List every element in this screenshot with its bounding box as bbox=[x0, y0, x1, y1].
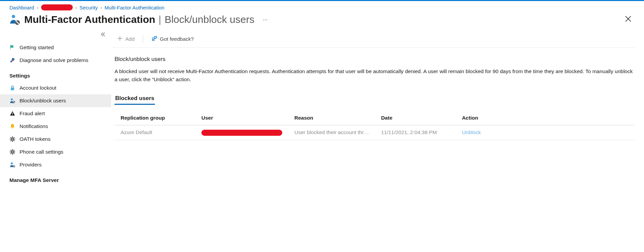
sidebar-item-label: Notifications bbox=[20, 123, 48, 129]
col-user[interactable]: User bbox=[195, 111, 288, 125]
collapse-sidebar-button[interactable] bbox=[0, 31, 111, 41]
col-reason[interactable]: Reason bbox=[288, 111, 375, 125]
lock-icon bbox=[9, 85, 15, 91]
svg-point-0 bbox=[12, 15, 15, 18]
add-button[interactable]: Add bbox=[115, 34, 137, 44]
sidebar-item-block-unblock[interactable]: Block/unblock users bbox=[0, 94, 111, 107]
toolbar-separator bbox=[143, 35, 143, 43]
redacted-user bbox=[201, 130, 282, 136]
sidebar-heading-manage-mfa: Manage MFA Server bbox=[0, 171, 111, 186]
page-header: Multi-Factor Authentication | Block/unbl… bbox=[0, 12, 644, 29]
more-menu-button[interactable]: ··· bbox=[262, 16, 267, 23]
add-button-label: Add bbox=[125, 36, 135, 42]
bell-icon bbox=[9, 123, 15, 129]
col-date[interactable]: Date bbox=[375, 111, 456, 125]
col-replication-group[interactable]: Replication group bbox=[115, 111, 195, 125]
sidebar-item-label: Block/unblock users bbox=[20, 98, 66, 104]
sidebar-item-label: Diagnose and solve problems bbox=[20, 57, 88, 63]
svg-rect-8 bbox=[12, 115, 13, 115]
chevron-right-icon: › bbox=[36, 5, 39, 10]
svg-point-10 bbox=[11, 138, 13, 140]
svg-line-18 bbox=[10, 140, 11, 141]
gear-icon bbox=[9, 149, 15, 155]
sidebar-item-account-lockout[interactable]: Account lockout bbox=[0, 82, 111, 94]
wrench-icon bbox=[9, 57, 15, 63]
unblock-action[interactable]: Unblock bbox=[456, 125, 635, 140]
feedback-icon: ? bbox=[151, 35, 157, 43]
svg-line-25 bbox=[14, 153, 14, 154]
table-header-row: Replication group User Reason Date Actio… bbox=[115, 111, 635, 125]
sidebar-item-label: Getting started bbox=[20, 44, 54, 51]
feedback-button[interactable]: ? Got feedback? bbox=[149, 34, 197, 44]
svg-point-19 bbox=[11, 151, 13, 153]
svg-rect-3 bbox=[11, 88, 14, 90]
breadcrumb-item[interactable]: Multi-Factor Authentication bbox=[105, 5, 165, 10]
sidebar: Getting started Diagnose and solve probl… bbox=[0, 29, 111, 186]
svg-point-30 bbox=[152, 38, 154, 40]
section-title: Block/unblock users bbox=[115, 56, 635, 67]
breadcrumb-item-redacted[interactable] bbox=[41, 4, 73, 10]
svg-line-15 bbox=[10, 137, 11, 138]
svg-line-27 bbox=[10, 153, 11, 154]
breadcrumb: Dashboard › › Security › Multi-Factor Au… bbox=[0, 1, 644, 12]
sidebar-item-diagnose[interactable]: Diagnose and solve problems bbox=[0, 54, 111, 67]
toolbar: Add ? Got feedback? bbox=[111, 29, 635, 48]
feedback-button-label: Got feedback? bbox=[160, 36, 194, 42]
svg-rect-7 bbox=[12, 113, 13, 114]
main-content: Add ? Got feedback? Block/unblock users … bbox=[111, 29, 644, 186]
svg-line-16 bbox=[14, 140, 14, 141]
gear-icon bbox=[9, 136, 15, 142]
svg-point-4 bbox=[11, 98, 13, 100]
sidebar-heading-settings: Settings bbox=[0, 67, 111, 82]
warning-icon bbox=[9, 111, 15, 117]
sidebar-item-label: Account lockout bbox=[20, 85, 56, 91]
user-icon bbox=[9, 162, 15, 168]
sidebar-item-notifications[interactable]: Notifications bbox=[0, 120, 111, 133]
user-block-icon bbox=[9, 98, 15, 104]
svg-line-24 bbox=[10, 150, 11, 151]
table-row[interactable]: Azure Default User blocked their account… bbox=[115, 125, 635, 140]
chevron-right-icon: › bbox=[100, 5, 102, 10]
svg-line-26 bbox=[14, 150, 14, 151]
blocked-users-table: Replication group User Reason Date Actio… bbox=[115, 111, 635, 140]
flag-icon bbox=[9, 44, 15, 51]
title-divider: | bbox=[155, 14, 165, 25]
sidebar-item-label: Phone call settings bbox=[20, 149, 63, 155]
sidebar-item-oath-tokens[interactable]: OATH tokens bbox=[0, 133, 111, 146]
breadcrumb-item[interactable]: Dashboard bbox=[9, 5, 34, 10]
cell-user bbox=[195, 125, 288, 140]
sidebar-item-label: Fraud alert bbox=[20, 111, 45, 117]
page-subtitle: Block/unblock users bbox=[165, 14, 255, 25]
close-button[interactable] bbox=[623, 14, 633, 25]
page-title: Multi-Factor Authentication bbox=[24, 14, 155, 25]
sidebar-item-label: OATH tokens bbox=[20, 136, 51, 142]
svg-point-29 bbox=[13, 165, 15, 167]
sidebar-item-label: Providers bbox=[20, 162, 41, 168]
svg-point-28 bbox=[11, 162, 13, 164]
svg-point-9 bbox=[12, 127, 13, 128]
sidebar-item-phone-call-settings[interactable]: Phone call settings bbox=[0, 146, 111, 158]
svg-line-17 bbox=[14, 137, 14, 138]
sidebar-item-getting-started[interactable]: Getting started bbox=[0, 41, 111, 54]
cell-replication-group: Azure Default bbox=[115, 125, 195, 140]
section-description: A blocked user will not receive Multi-Fa… bbox=[115, 67, 635, 84]
cell-reason: User blocked their account thr… bbox=[288, 125, 375, 140]
sidebar-item-fraud-alert[interactable]: Fraud alert bbox=[0, 107, 111, 120]
blocked-users-heading: Blocked users bbox=[115, 95, 155, 105]
sidebar-item-providers[interactable]: Providers bbox=[0, 158, 111, 171]
mfa-user-icon bbox=[9, 14, 20, 25]
chevron-right-icon: › bbox=[75, 5, 77, 10]
svg-text:?: ? bbox=[155, 36, 156, 38]
col-action[interactable]: Action bbox=[456, 111, 635, 125]
cell-date: 11/11/2021, 2:04:38 PM bbox=[375, 125, 456, 140]
breadcrumb-item[interactable]: Security bbox=[79, 5, 98, 10]
plus-icon bbox=[117, 36, 123, 42]
